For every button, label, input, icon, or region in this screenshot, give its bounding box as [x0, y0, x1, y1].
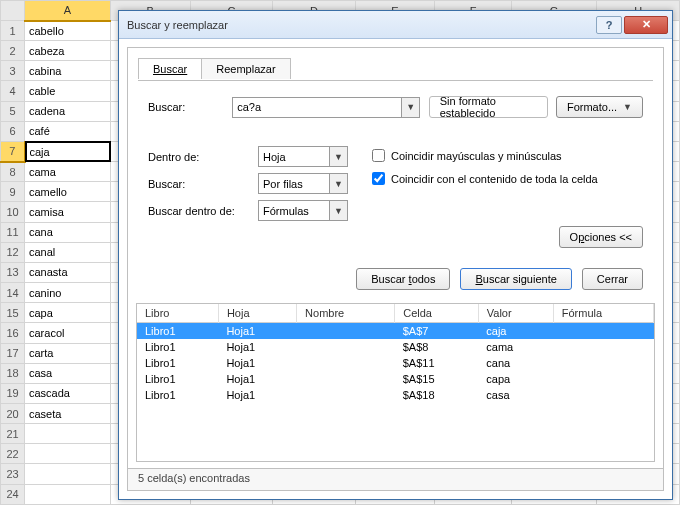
- row-header[interactable]: 6: [1, 121, 25, 141]
- cell[interactable]: café: [25, 121, 111, 141]
- row-header[interactable]: 4: [1, 81, 25, 101]
- close-button[interactable]: Cerrar: [582, 268, 643, 290]
- find-replace-dialog: Buscar y reemplazar ? ✕ Buscar Reemplaza…: [118, 10, 673, 500]
- row-header[interactable]: 1: [1, 21, 25, 41]
- cell[interactable]: cabello: [25, 21, 111, 41]
- cell[interactable]: capa: [25, 303, 111, 323]
- result-row[interactable]: Libro1Hoja1$A$18casa: [137, 387, 654, 403]
- corner-cell[interactable]: [1, 1, 25, 21]
- cell[interactable]: [25, 444, 111, 464]
- cell[interactable]: cana: [25, 222, 111, 242]
- find-next-button[interactable]: Buscar siguiente: [460, 268, 571, 290]
- find-label: Buscar:: [148, 101, 232, 113]
- row-header[interactable]: 8: [1, 162, 25, 182]
- col-formula[interactable]: Fórmula: [553, 304, 653, 323]
- cell[interactable]: canino: [25, 283, 111, 303]
- cell[interactable]: cascada: [25, 383, 111, 403]
- chevron-down-icon: ▼: [329, 201, 347, 220]
- cell[interactable]: camello: [25, 182, 111, 202]
- cell[interactable]: caracol: [25, 323, 111, 343]
- cell[interactable]: cadena: [25, 101, 111, 121]
- row-header[interactable]: 15: [1, 303, 25, 323]
- row-header[interactable]: 12: [1, 242, 25, 262]
- row-header[interactable]: 10: [1, 202, 25, 222]
- tab-find[interactable]: Buscar: [138, 58, 202, 79]
- col-sheet[interactable]: Hoja: [218, 304, 296, 323]
- within-select[interactable]: Hoja ▼: [258, 146, 348, 167]
- match-case-checkbox[interactable]: [372, 149, 385, 162]
- cell[interactable]: cabina: [25, 61, 111, 81]
- col-cell[interactable]: Celda: [395, 304, 479, 323]
- titlebar[interactable]: Buscar y reemplazar ? ✕: [119, 11, 672, 39]
- no-format-display: Sin formato establecido: [429, 96, 548, 118]
- results-pane: Libro Hoja Nombre Celda Valor Fórmula Li…: [136, 303, 655, 462]
- window-close-button[interactable]: ✕: [624, 16, 668, 34]
- find-dropdown[interactable]: ▼: [401, 98, 419, 117]
- find-input[interactable]: [233, 98, 401, 117]
- result-row[interactable]: Libro1Hoja1$A$8cama: [137, 339, 654, 355]
- dialog-title: Buscar y reemplazar: [127, 19, 594, 31]
- row-header[interactable]: 17: [1, 343, 25, 363]
- row-header[interactable]: 21: [1, 424, 25, 444]
- cell[interactable]: cama: [25, 162, 111, 182]
- search-order-label: Buscar:: [148, 178, 258, 190]
- row-header[interactable]: 11: [1, 222, 25, 242]
- options-button[interactable]: Opciones <<: [559, 226, 643, 248]
- cell[interactable]: casa: [25, 363, 111, 383]
- tab-replace[interactable]: Reemplazar: [201, 58, 290, 79]
- cell[interactable]: canal: [25, 242, 111, 262]
- row-header[interactable]: 22: [1, 444, 25, 464]
- row-header[interactable]: 13: [1, 262, 25, 282]
- cell[interactable]: canasta: [25, 262, 111, 282]
- chevron-down-icon: ▼: [406, 102, 415, 112]
- chevron-down-icon: ▼: [329, 147, 347, 166]
- row-header[interactable]: 20: [1, 403, 25, 423]
- within-label: Dentro de:: [148, 151, 258, 163]
- help-button[interactable]: ?: [596, 16, 622, 34]
- col-value[interactable]: Valor: [478, 304, 553, 323]
- cell[interactable]: cabeza: [25, 41, 111, 61]
- search-order-select[interactable]: Por filas ▼: [258, 173, 348, 194]
- result-row[interactable]: Libro1Hoja1$A$11cana: [137, 355, 654, 371]
- match-entire-checkbox[interactable]: [372, 172, 385, 185]
- results-table[interactable]: Libro Hoja Nombre Celda Valor Fórmula Li…: [137, 304, 654, 403]
- cell[interactable]: [25, 424, 111, 444]
- find-all-button[interactable]: Buscar todos: [356, 268, 450, 290]
- col-header-A[interactable]: A: [25, 1, 111, 21]
- row-header[interactable]: 5: [1, 101, 25, 121]
- cell[interactable]: carta: [25, 343, 111, 363]
- result-row[interactable]: Libro1Hoja1$A$15capa: [137, 371, 654, 387]
- lookin-label: Buscar dentro de:: [148, 205, 258, 217]
- row-header[interactable]: 23: [1, 464, 25, 484]
- cell[interactable]: [25, 484, 111, 504]
- row-header[interactable]: 16: [1, 323, 25, 343]
- lookin-select[interactable]: Fórmulas ▼: [258, 200, 348, 221]
- cell[interactable]: camisa: [25, 202, 111, 222]
- row-header[interactable]: 2: [1, 41, 25, 61]
- match-case-label: Coincidir mayúsculas y minúsculas: [391, 150, 562, 162]
- match-entire-label: Coincidir con el contenido de toda la ce…: [391, 173, 598, 185]
- help-icon: ?: [606, 19, 613, 31]
- row-header[interactable]: 24: [1, 484, 25, 504]
- chevron-down-icon: ▼: [329, 174, 347, 193]
- close-icon: ✕: [642, 18, 651, 31]
- row-header[interactable]: 18: [1, 363, 25, 383]
- find-combo[interactable]: ▼: [232, 97, 420, 118]
- cell[interactable]: caseta: [25, 403, 111, 423]
- row-header[interactable]: 7: [1, 141, 25, 161]
- format-button[interactable]: Formato... ▼: [556, 96, 643, 118]
- row-header[interactable]: 3: [1, 61, 25, 81]
- cell[interactable]: [25, 464, 111, 484]
- status-bar: 5 celda(s) encontradas: [128, 468, 663, 490]
- tab-divider: [138, 80, 653, 81]
- cell[interactable]: caja: [25, 141, 111, 161]
- col-book[interactable]: Libro: [137, 304, 218, 323]
- result-row[interactable]: Libro1Hoja1$A$7caja: [137, 323, 654, 340]
- chevron-down-icon: ▼: [623, 102, 632, 112]
- row-header[interactable]: 9: [1, 182, 25, 202]
- cell[interactable]: cable: [25, 81, 111, 101]
- col-name[interactable]: Nombre: [297, 304, 395, 323]
- row-header[interactable]: 19: [1, 383, 25, 403]
- row-header[interactable]: 14: [1, 283, 25, 303]
